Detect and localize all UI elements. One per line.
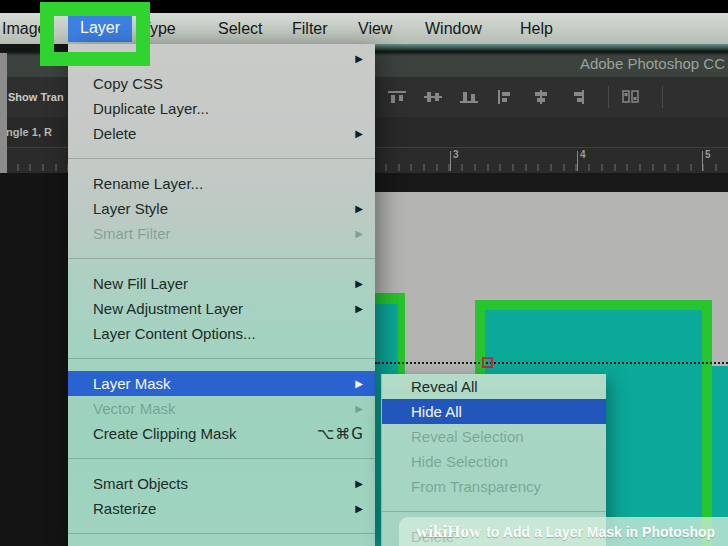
left-pasteboard: [0, 173, 68, 546]
menu-item-rasterize[interactable]: Rasterize▶: [68, 496, 375, 521]
distribute-horizontal-centers-icon[interactable]: [530, 88, 552, 106]
submenu-item-reveal-all[interactable]: Reveal All: [382, 374, 606, 399]
window-edge: [0, 53, 7, 173]
submenu-arrow-icon: ▶: [355, 478, 363, 489]
options-bar-divider: [662, 86, 663, 108]
menubar-item-view[interactable]: View: [358, 13, 392, 44]
submenu-arrow-icon: ▶: [355, 503, 363, 514]
layer-menu-dropdown: ▶Copy CSSDuplicate Layer...Delete▶Rename…: [68, 44, 375, 546]
ruler-number: 4: [580, 149, 586, 160]
menu-item-separator: [68, 146, 375, 171]
menubar-item-filter[interactable]: Filter: [292, 13, 328, 44]
menu-item-smart-objects[interactable]: Smart Objects▶: [68, 471, 375, 496]
submenu-arrow-icon: ▶: [355, 303, 363, 314]
submenu-item-from-transparency: From Transparency: [382, 474, 606, 499]
submenu-arrow-icon: ▶: [355, 53, 363, 64]
menu-item-new-fill-layer[interactable]: New Fill Layer▶: [68, 271, 375, 296]
menu-item-layer-mask[interactable]: Layer Mask▶: [68, 371, 375, 396]
distribute-left-edges-icon[interactable]: [494, 88, 516, 106]
document-tab-label[interactable]: angle 1, R: [0, 117, 67, 147]
ruler-major-tick: [577, 151, 578, 171]
submenu-arrow-icon: ▶: [355, 203, 363, 214]
show-transform-controls-label[interactable]: Show Tran: [8, 77, 68, 117]
distribute-top-edges-icon[interactable]: [386, 88, 408, 106]
menu-item-smart-filter: Smart Filter▶: [68, 221, 375, 246]
menu-item-rename-layer[interactable]: Rename Layer...: [68, 171, 375, 196]
menu-item-separator: [68, 446, 375, 471]
menubar-item-help[interactable]: Help: [520, 13, 553, 44]
app-title: Adobe Photoshop CC: [580, 55, 725, 72]
submenu-item-hide-selection: Hide Selection: [382, 449, 606, 474]
submenu-arrow-icon: ▶: [355, 128, 363, 139]
menu-item-separator: [68, 346, 375, 371]
wikihow-logo-how: How: [447, 522, 481, 542]
watermark-caption: to Add a Layer Mask in Photoshop: [486, 524, 715, 540]
ruler-major-tick: [702, 151, 703, 171]
menu-item-duplicate-layer[interactable]: Duplicate Layer...: [68, 96, 375, 121]
submenu-item-reveal-selection: Reveal Selection: [382, 424, 606, 449]
ruler-number: 5: [705, 149, 711, 160]
ruler-major-tick: [450, 151, 451, 171]
ruler-number: 3: [453, 149, 459, 160]
menu-item-separator: [68, 521, 375, 546]
photoshop-window: ImageLayerTypeSelectFilterViewWindowHelp…: [0, 0, 728, 546]
menu-item-create-clipping-mask[interactable]: Create Clipping Mask⌥⌘G: [68, 421, 375, 446]
shortcut-label: ⌥⌘G: [317, 425, 364, 443]
distribute-right-edges-icon[interactable]: [566, 88, 588, 106]
distribute-bottom-edges-icon[interactable]: [458, 88, 480, 106]
menu-item-new-adjustment-layer[interactable]: New Adjustment Layer▶: [68, 296, 375, 321]
distribute-vertical-centers-icon[interactable]: [422, 88, 444, 106]
options-bar-divider: [608, 86, 609, 108]
menu-item-vector-mask: Vector Mask▶: [68, 396, 375, 421]
transform-reference-point[interactable]: [482, 357, 493, 368]
menubar-item-select[interactable]: Select: [218, 13, 262, 44]
wikihow-watermark: wikiHow to Add a Layer Mask in Photoshop: [399, 517, 728, 546]
wikihow-logo-wiki: wiki: [416, 522, 447, 542]
submenu-item-hide-all[interactable]: Hide All: [382, 399, 606, 424]
submenu-arrow-icon: ▶: [355, 228, 363, 239]
menu-item-copy-css[interactable]: Copy CSS: [68, 71, 375, 96]
menu-item-layer-content-options[interactable]: Layer Content Options...: [68, 321, 375, 346]
submenu-arrow-icon: ▶: [355, 403, 363, 414]
menubar-item-window[interactable]: Window: [425, 13, 482, 44]
green-annotation-box: [40, 2, 150, 66]
menu-item-layer-style[interactable]: Layer Style▶: [68, 196, 375, 221]
menu-item-separator: [68, 246, 375, 271]
align-panel-icon[interactable]: [620, 88, 642, 106]
submenu-arrow-icon: ▶: [355, 278, 363, 289]
submenu-arrow-icon: ▶: [355, 378, 363, 389]
menu-item-delete[interactable]: Delete▶: [68, 121, 375, 146]
selection-marching-ants: [375, 362, 728, 364]
